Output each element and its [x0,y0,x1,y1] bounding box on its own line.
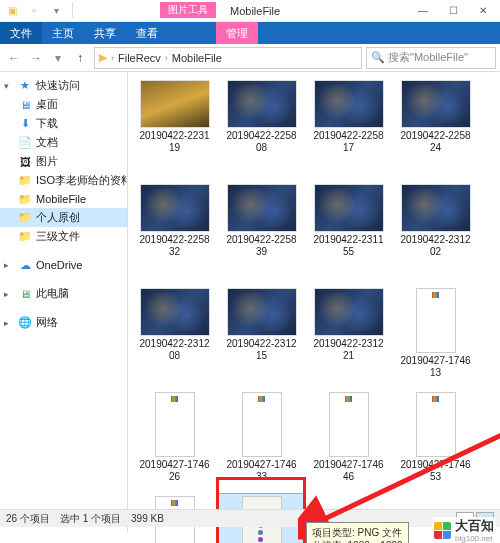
file-thumbnail [329,392,369,457]
file-item[interactable]: 20190422-2258 39 [219,182,304,284]
file-thumbnail [140,184,210,232]
file-thumbnail [140,80,210,128]
file-thumbnail [140,288,210,336]
watermark: 大百知 big100.net [432,517,496,543]
search-input[interactable]: 🔍 搜索"MobileFile" [366,47,496,69]
tab-manage[interactable]: 管理 [216,22,258,44]
file-thumbnail [314,80,384,128]
titlebar: ▣ ▫ ▾ 图片工具 MobileFile — ☐ ✕ [0,0,500,22]
sidebar-personal[interactable]: 📁个人原创 [0,208,127,227]
folder-icon[interactable]: ▣ [2,2,22,20]
file-name-label: 20190427-1746 46 [308,459,389,483]
file-item[interactable]: 20190427-1746 46 [306,390,391,492]
watermark-logo-icon [434,522,451,539]
tab-home[interactable]: 主页 [42,22,84,44]
search-placeholder: 搜索"MobileFile" [388,50,468,65]
quick-access-toolbar: ▣ ▫ ▾ [2,2,77,20]
file-thumbnail [155,392,195,457]
file-grid[interactable]: 20190422-2231 1920190422-2258 0820190422… [128,72,500,532]
status-bar: 26 个项目 选中 1 个项目 399 KB [0,509,500,527]
file-name-label: 20190422-2258 17 [308,130,389,154]
file-name-label: 20190422-2258 39 [221,234,302,258]
file-name-label: 20190422-2258 08 [221,130,302,154]
forward-button[interactable]: → [26,48,46,68]
breadcrumb-icon: ▶ [99,51,107,64]
navigation-pane: ▾★快速访问 🖥桌面 ⬇下载 📄文档 🖼图片 📁ISO李老师给的资料 📁Mobi… [0,72,128,532]
up-button[interactable]: ↑ [70,48,90,68]
file-name-label: 20190422-2312 21 [308,338,389,362]
file-item[interactable]: 20190422-2312 02 [393,182,478,284]
tooltip-type: 项目类型: PNG 文件 [312,526,403,539]
file-item[interactable]: 20190422-2312 15 [219,286,304,388]
sidebar-quick-access[interactable]: ▾★快速访问 [0,76,127,95]
file-item[interactable]: 20190422-2312 21 [306,286,391,388]
file-item[interactable]: 20190422-2311 55 [306,182,391,284]
minimize-button[interactable]: — [408,1,438,21]
file-item[interactable]: 20190422-2258 24 [393,78,478,180]
file-thumbnail [401,80,471,128]
address-bar-row: ← → ▾ ↑ ▶ › FileRecv › MobileFile 🔍 搜索"M… [0,44,500,72]
window-title: MobileFile [230,5,280,17]
file-item[interactable]: 20190427-1746 33 [219,390,304,492]
watermark-text: 大百知 [455,518,494,533]
close-button[interactable]: ✕ [468,1,498,21]
sidebar-documents[interactable]: 📄文档 [0,133,127,152]
recent-button[interactable]: ▾ [48,48,68,68]
file-item[interactable]: 20190427-1746 26 [132,390,217,492]
file-name-label: 20190427-1746 33 [221,459,302,483]
sidebar-desktop[interactable]: 🖥桌面 [0,95,127,114]
file-thumbnail [227,184,297,232]
sidebar-onedrive[interactable]: ▸☁OneDrive [0,256,127,274]
breadcrumb-seg[interactable]: FileRecv [118,52,161,64]
file-thumbnail [227,80,297,128]
file-thumbnail [401,184,471,232]
watermark-url: big100.net [455,535,494,543]
file-item[interactable]: 20190422-2258 08 [219,78,304,180]
sidebar-network[interactable]: ▸🌐网络 [0,313,127,332]
tooltip-resolution: 分辨率: 1080 x 1920 [312,539,403,543]
file-name-label: 20190422-2258 32 [134,234,215,258]
tab-view[interactable]: 查看 [126,22,168,44]
file-item[interactable]: 20190422-2312 08 [132,286,217,388]
file-thumbnail [416,288,456,353]
sidebar-mobilefile[interactable]: 📁MobileFile [0,190,127,208]
file-thumbnail [242,392,282,457]
sidebar-downloads[interactable]: ⬇下载 [0,114,127,133]
sidebar-this-pc[interactable]: ▸🖥此电脑 [0,284,127,303]
search-icon: 🔍 [371,51,385,64]
qa-button[interactable]: ▾ [46,2,66,20]
qa-button[interactable]: ▫ [24,2,44,20]
sidebar-pictures[interactable]: 🖼图片 [0,152,127,171]
status-size: 399 KB [131,513,164,524]
file-item[interactable]: 20190422-2258 32 [132,182,217,284]
file-name-label: 20190427-1746 26 [134,459,215,483]
file-tooltip: 项目类型: PNG 文件 分辨率: 1080 x 1920 大小: 399 KB [306,522,409,543]
ribbon-tabs: 文件 主页 共享 查看 管理 [0,22,500,44]
breadcrumb-bar[interactable]: ▶ › FileRecv › MobileFile [94,47,362,69]
file-name-label: 20190427-1746 53 [395,459,476,483]
tab-share[interactable]: 共享 [84,22,126,44]
window-controls: — ☐ ✕ [408,1,498,21]
file-name-label: 20190422-2231 19 [134,130,215,154]
context-tab-label: 图片工具 [160,2,216,18]
file-thumbnail [416,392,456,457]
file-item[interactable]: 20190427-1746 13 [393,286,478,388]
file-name-label: 20190422-2312 02 [395,234,476,258]
file-name-label: 20190422-2312 15 [221,338,302,362]
breadcrumb-seg[interactable]: MobileFile [172,52,222,64]
file-name-label: 20190422-2258 24 [395,130,476,154]
file-item[interactable]: 20190427-1746 53 [393,390,478,492]
file-thumbnail [227,288,297,336]
status-item-count: 26 个项目 [6,512,50,526]
file-name-label: 20190422-2312 08 [134,338,215,362]
sidebar-iso-folder[interactable]: 📁ISO李老师给的资料 [0,171,127,190]
file-name-label: 20190427-1746 13 [395,355,476,379]
file-item[interactable]: 20190422-2258 17 [306,78,391,180]
tab-file[interactable]: 文件 [0,22,42,44]
sidebar-level3[interactable]: 📁三级文件 [0,227,127,246]
maximize-button[interactable]: ☐ [438,1,468,21]
back-button[interactable]: ← [4,48,24,68]
file-thumbnail [314,288,384,336]
status-selection: 选中 1 个项目 [60,512,121,526]
file-item[interactable]: 20190422-2231 19 [132,78,217,180]
